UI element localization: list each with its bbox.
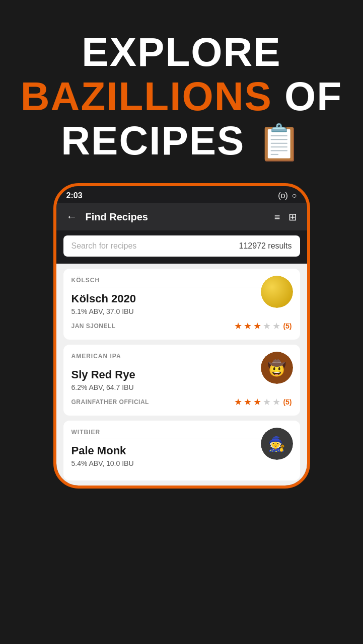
recipe-card-kolsch[interactable]: KÖLSCH Kölsch 2020 5.1% ABV, 37.0 IBU JA… (63, 269, 300, 340)
recipe-card-palemonk[interactable]: 🧙 WITBIER Pale Monk 5.4% ABV, 10.0 IBU (63, 421, 300, 480)
recipe-rating-slyrye: ★ ★ ★ ★ ★ (5) (234, 396, 292, 408)
status-time: 2:03 (66, 191, 83, 200)
recipe-stats-slyrye: 6.2% ABV, 64.7 IBU (71, 383, 292, 391)
hero-orange-text: BAZILLIONS (21, 74, 272, 119)
sly-star-3: ★ (253, 396, 261, 408)
hero-line1: EXPLORE (82, 30, 281, 74)
hero-title: EXPLORE BAZILLIONS OF RECIPES 📋 (15, 30, 348, 163)
rating-count-slyrye: (5) (283, 398, 292, 406)
recipe-divider-2 (71, 363, 292, 363)
recipe-type-palemonk: WITBIER (71, 429, 292, 436)
palemonk-thumb-image: 🧙 (261, 428, 293, 460)
star-4: ★ (263, 320, 271, 332)
sly-star-1: ★ (234, 396, 242, 408)
sly-star-4: ★ (263, 396, 271, 408)
recipe-rating-kolsch: ★ ★ ★ ★ ★ (5) (234, 320, 292, 332)
recipe-stats-kolsch: 5.1% ABV, 37.0 IBU (71, 307, 292, 315)
palemonk-thumbnail: 🧙 (261, 428, 293, 460)
search-bar[interactable]: Search for recipes 112972 results (63, 235, 300, 257)
recipe-icon: 📋 (257, 123, 302, 162)
recipe-type-slyrye: AMERICAN IPA (71, 353, 292, 360)
nav-bar: ← Find Recipes ≡ ⊞ (56, 203, 307, 230)
recipe-divider-3 (71, 439, 292, 439)
hero-line3: RECIPES (61, 118, 245, 163)
recipe-author-slyrye: GRAINFATHER OFFICIAL (71, 398, 149, 406)
recipe-card-slyrye[interactable]: 🤠 AMERICAN IPA Sly Red Rye 6.2% ABV, 64.… (63, 345, 300, 416)
recipe-name-kolsch: Kölsch 2020 (71, 292, 292, 305)
sly-star-2: ★ (244, 396, 252, 408)
recipe-name-palemonk: Pale Monk (71, 444, 292, 457)
recipe-footer-slyrye: GRAINFATHER OFFICIAL ★ ★ ★ ★ ★ (5) (71, 396, 292, 408)
grid-icon[interactable]: ⊞ (288, 211, 297, 223)
recipe-divider-1 (71, 287, 292, 287)
kolsch-thumbnail (261, 276, 293, 308)
sly-star-5: ★ (272, 396, 280, 408)
nav-left: ← Find Recipes (66, 210, 148, 223)
status-bar: 2:03 (o) ○ (56, 186, 307, 203)
slyrye-thumb-image: 🤠 (261, 352, 293, 384)
nav-right: ≡ ⊞ (274, 211, 297, 223)
back-button[interactable]: ← (66, 210, 78, 223)
star-2: ★ (244, 320, 252, 332)
slyrye-thumbnail: 🤠 (261, 352, 293, 384)
filter-icon[interactable]: ≡ (274, 211, 280, 223)
search-bar-container: Search for recipes 112972 results (56, 230, 307, 264)
recipe-footer-kolsch: JAN SJONELL ★ ★ ★ ★ ★ (5) (71, 320, 292, 332)
star-5: ★ (272, 320, 280, 332)
rating-count-kolsch: (5) (283, 322, 292, 330)
status-bar-right: (o) ○ (278, 191, 297, 200)
recipe-name-slyrye: Sly Red Rye (71, 368, 292, 381)
recipe-type-kolsch: KÖLSCH (71, 277, 292, 284)
star-1: ★ (234, 320, 242, 332)
phone-container: 2:03 (o) ○ ← Find Recipes ≡ ⊞ Search for… (53, 183, 310, 489)
recipe-stats-palemonk: 5.4% ABV, 10.0 IBU (71, 459, 292, 467)
battery-icon: ○ (292, 191, 297, 200)
recipes-list: KÖLSCH Kölsch 2020 5.1% ABV, 37.0 IBU JA… (56, 264, 307, 486)
nav-title: Find Recipes (86, 211, 148, 223)
hero-section: EXPLORE BAZILLIONS OF RECIPES 📋 (0, 0, 363, 183)
kolsch-thumb-image (261, 276, 293, 308)
search-results-count: 112972 results (239, 242, 292, 251)
star-3: ★ (253, 320, 261, 332)
recipe-author-kolsch: JAN SJONELL (71, 323, 116, 330)
hero-of-text: OF (272, 74, 342, 119)
search-placeholder: Search for recipes (71, 242, 137, 251)
signal-icon: (o) (278, 191, 288, 200)
